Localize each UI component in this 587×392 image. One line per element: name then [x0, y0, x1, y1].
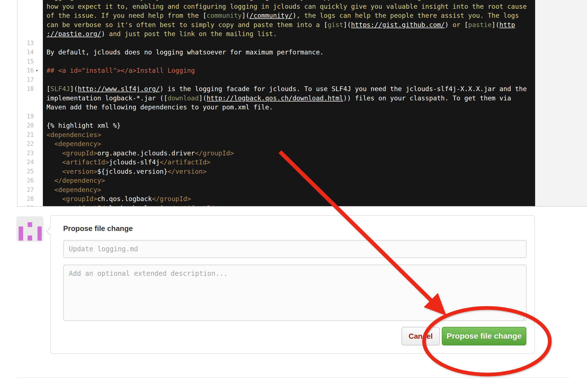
github-file-edit-page: 13141516▾1718 1920212223242526272829 Log…: [0, 0, 587, 392]
line-number: 26: [17, 176, 34, 185]
code-row: <dependency>: [47, 139, 527, 149]
code-row: of the issue. If you need help from the …: [47, 11, 527, 20]
code-row: <version>${jclouds.version}</version>: [47, 167, 527, 176]
code-row: <dependencies>: [47, 130, 527, 140]
line-number: 20: [17, 121, 34, 130]
code-row: {% highlight xml %}: [47, 121, 527, 130]
code-row: By default, jclouds does no logging what…: [47, 48, 527, 57]
identicon-block: [37, 226, 42, 241]
commit-title-input[interactable]: [63, 240, 527, 258]
line-number: 15: [17, 57, 34, 66]
line-number: 23: [17, 149, 34, 158]
code-row: <artifactId>logback-classic</artifactId>: [47, 204, 527, 206]
line-number: [17, 29, 34, 39]
line-number: [17, 94, 34, 103]
propose-file-change-panel: Propose file change Cancel Propose file …: [50, 215, 535, 354]
identicon-block: [19, 226, 23, 241]
line-number: 22: [17, 139, 34, 149]
line-number: 17: [17, 75, 34, 85]
line-number-gutter: 13141516▾1718 1920212223242526272829: [17, 0, 43, 206]
identicon-block: [28, 235, 32, 241]
line-number: 28: [17, 194, 34, 204]
code-lines: Logging is often the only way to underst…: [47, 0, 527, 206]
line-number: 13: [17, 39, 34, 48]
fold-toggle-icon[interactable]: ▾: [36, 66, 38, 75]
line-number: [17, 20, 34, 30]
code-row: [47, 112, 527, 121]
code-row: ://pastie.org/) and just post the link o…: [47, 29, 527, 39]
line-number: 18: [17, 84, 34, 94]
line-number: [17, 2, 34, 11]
user-identicon-avatar: [16, 216, 43, 242]
code-row: [47, 75, 527, 85]
line-number: 27: [17, 185, 34, 195]
cancel-button[interactable]: Cancel: [401, 327, 440, 345]
line-number: [17, 103, 34, 112]
code-row: [47, 57, 527, 66]
code-row: [47, 39, 527, 48]
line-number: [17, 11, 34, 20]
code-row: [SLF4J](http://www.slf4j.org/) is the lo…: [47, 84, 527, 94]
commit-description-textarea[interactable]: [63, 265, 527, 321]
code-row: <artifactId>jclouds-slf4j</artifactId>: [47, 158, 527, 167]
code-row: <dependency>: [47, 185, 527, 195]
line-number: 16▾: [17, 66, 34, 75]
line-number: 29: [17, 204, 34, 206]
identicon-block: [28, 222, 32, 227]
code-row: implementation logback-*.jar ([download]…: [47, 94, 527, 103]
horizontal-divider: [16, 377, 569, 378]
panel-title: Propose file change: [63, 224, 133, 233]
code-row: <groupId>org.apache.jclouds.driver</grou…: [47, 149, 527, 158]
code-row: </dependency>: [47, 176, 527, 185]
code-row: how you expect it to, enabling and confi…: [47, 2, 527, 11]
line-number: 19: [17, 112, 34, 121]
line-numbers: 13141516▾1718 1920212223242526272829: [17, 0, 34, 206]
code-row: Maven add the following dependencies to …: [47, 103, 527, 112]
line-number: 21: [17, 130, 34, 140]
code-row: <groupId>ch.qos.logback</groupId>: [47, 194, 527, 204]
code-editing-area[interactable]: Logging is often the only way to underst…: [43, 0, 535, 206]
code-row: can be verbose so it's often best to sim…: [47, 20, 527, 30]
line-number: 14: [17, 48, 34, 57]
panel-caret: [47, 227, 52, 235]
line-number: 24: [17, 158, 34, 167]
line-number: 25: [17, 167, 34, 176]
code-row: ## <a id="install"></a>Install Logging: [47, 66, 527, 75]
code-editor: 13141516▾1718 1920212223242526272829 Log…: [17, 0, 587, 207]
propose-file-change-button[interactable]: Propose file change: [442, 327, 526, 345]
